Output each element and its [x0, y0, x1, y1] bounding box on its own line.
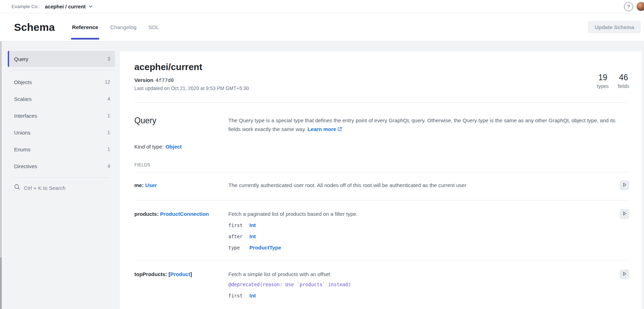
avatar[interactable] — [636, 2, 644, 11]
sidebar-list: Query 3 Objects 12 Scalars 4 Interfaces … — [8, 51, 115, 174]
learn-more-link[interactable]: Learn more — [308, 126, 342, 132]
argument-type-link[interactable]: Int — [249, 233, 256, 239]
external-link-icon — [337, 125, 342, 134]
sidebar-item-interfaces[interactable]: Interfaces 1 — [8, 107, 115, 124]
field-type-link[interactable]: User — [145, 182, 157, 188]
type-overview-row: Query The Query type is a special type t… — [134, 103, 629, 134]
field-signature: me: User — [134, 182, 228, 190]
field-type-link[interactable]: Product — [170, 271, 190, 277]
sidebar-item-count: 12 — [105, 79, 110, 85]
sidebar-item-count: 4 — [107, 96, 110, 102]
sidebar-item-directives[interactable]: Directives 4 — [8, 158, 115, 174]
sidebar-item-label: Unions — [14, 130, 31, 136]
argument-name: type — [228, 245, 249, 250]
sidebar-item-label: Scalars — [14, 96, 32, 102]
type-description-text: The Query type is a special type that de… — [228, 117, 615, 132]
field-type-suffix: ] — [190, 271, 192, 277]
schema-card-header: acephei/current Version4f77d0 Last updat… — [134, 51, 629, 102]
field-type-link[interactable]: ProductConnection — [160, 211, 209, 217]
body-area: Query 3 Objects 12 Scalars 4 Interfaces … — [0, 41, 644, 309]
play-icon — [622, 271, 628, 278]
sidebar-item-objects[interactable]: Objects 12 — [8, 74, 115, 90]
run-in-explorer-button[interactable] — [619, 209, 629, 219]
last-updated: Last updated on Oct 21, 2020 at 9:53 PM … — [134, 85, 629, 91]
field-row-products: products: ProductConnection Fetch a pagi… — [134, 200, 629, 260]
field-deprecated-directive: @deprecated(reason: Use `products` inste… — [228, 282, 605, 287]
page-header: Schema ReferenceChangelogSDL Update Sche… — [0, 13, 644, 41]
sidebar-item-count: 1 — [107, 113, 110, 118]
graph-name: acephei / current — [45, 4, 86, 9]
type-name-heading: Query — [134, 116, 228, 134]
field-details: Fetch a paginated list of products based… — [228, 211, 619, 250]
sidebar-item-scalars[interactable]: Scalars 4 — [8, 90, 115, 107]
argument-name: first — [228, 293, 249, 298]
schema-reference-card: acephei/current Version4f77d0 Last updat… — [119, 51, 642, 309]
field-args: first Int — [228, 293, 605, 298]
left-scrollbar-thumb[interactable] — [0, 258, 2, 309]
help-icon[interactable]: ? — [624, 2, 633, 11]
field-signature: topProducts: [Product] — [134, 271, 228, 298]
field-row-topProducts: topProducts: [Product] Fetch a simple li… — [134, 260, 629, 308]
kind-of-type-row: Kind of type:Object — [134, 144, 629, 150]
sidebar-item-count: 3 — [107, 56, 110, 62]
left-scrollbar[interactable] — [0, 41, 2, 309]
chevron-down-icon — [89, 5, 93, 8]
play-icon — [622, 182, 628, 189]
search-hint: Ctrl + K to Search — [24, 185, 66, 191]
field-description: The currently authenticated user root. A… — [228, 182, 605, 188]
sidebar-item-unions[interactable]: Unions 1 — [8, 124, 115, 141]
stat-label: types — [597, 83, 609, 89]
update-schema-button[interactable]: Update Schema — [588, 21, 641, 33]
sidebar-item-count: 1 — [107, 130, 110, 135]
sidebar-divider — [13, 177, 109, 178]
fields-section-label: FIELDS — [134, 163, 629, 167]
stat-fields: 46 fields — [618, 73, 629, 89]
schema-variant-title: acephei/current — [134, 62, 629, 73]
argument-type-link[interactable]: Int — [249, 222, 256, 228]
learn-more-label: Learn more — [308, 126, 336, 132]
field-signature: products: ProductConnection — [134, 211, 228, 250]
play-icon — [622, 211, 628, 218]
type-description: The Query type is a special type that de… — [228, 116, 616, 134]
sidebar-item-label: Objects — [14, 79, 32, 85]
tab-reference[interactable]: Reference — [66, 13, 104, 41]
fields-list: me: User The currently authenticated use… — [134, 172, 629, 309]
sidebar: Query 3 Objects 12 Scalars 4 Interfaces … — [8, 51, 115, 309]
top-bar: Example Co.: acephei / current ? — [0, 0, 644, 13]
argument-type-link[interactable]: ProductType — [249, 245, 281, 250]
field-name: me: — [134, 182, 145, 188]
argument-row: first Int — [228, 293, 605, 298]
tab-changelog[interactable]: Changelog — [104, 13, 142, 41]
argument-type-link[interactable]: Int — [249, 293, 256, 298]
search-icon — [14, 184, 20, 192]
org-label: Example Co.: — [12, 4, 40, 9]
kind-type-link[interactable]: Object — [165, 144, 182, 150]
version-hash: 4f77d0 — [155, 77, 174, 83]
sidebar-item-label: Directives — [14, 163, 37, 169]
argument-name: after — [228, 234, 249, 239]
run-in-explorer-button[interactable] — [619, 269, 629, 279]
graph-picker-dropdown[interactable]: acephei / current — [45, 4, 93, 9]
run-in-explorer-button[interactable] — [619, 180, 629, 190]
argument-name: first — [228, 222, 249, 228]
tab-bar: ReferenceChangelogSDL — [66, 13, 165, 41]
tab-sdl[interactable]: SDL — [142, 13, 165, 41]
stat-value: 46 — [618, 73, 629, 82]
stat-label: fields — [618, 83, 629, 89]
sidebar-item-query[interactable]: Query 3 — [8, 51, 115, 67]
argument-row: after Int — [228, 233, 605, 239]
sidebar-item-count: 1 — [107, 146, 110, 152]
page-title: Schema — [14, 21, 55, 33]
field-description: Fetch a paginated list of products based… — [228, 211, 605, 217]
stat-types: 19 types — [597, 73, 609, 89]
sidebar-item-enums[interactable]: Enums 1 — [8, 141, 115, 158]
argument-row: type ProductType — [228, 245, 605, 250]
field-row-me: me: User The currently authenticated use… — [134, 172, 629, 200]
sidebar-item-label: Query — [14, 56, 28, 62]
field-args: first Int after Int type ProductType — [228, 222, 605, 250]
sidebar-item-label: Interfaces — [14, 113, 37, 119]
field-name: topProducts: — [134, 271, 169, 277]
stat-value: 19 — [597, 73, 609, 82]
schema-stats: 19 types 46 fields — [597, 73, 629, 89]
search-box[interactable]: Ctrl + K to Search — [8, 183, 115, 193]
